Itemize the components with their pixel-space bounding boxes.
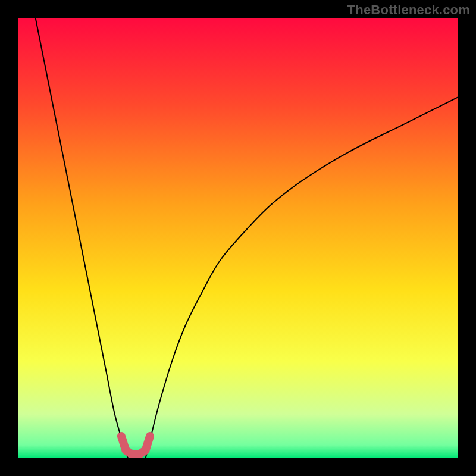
plot-area <box>18 18 458 458</box>
watermark-label: TheBottleneck.com <box>347 2 470 18</box>
chart-frame: TheBottleneck.com <box>0 0 476 476</box>
chart-svg <box>18 18 458 458</box>
